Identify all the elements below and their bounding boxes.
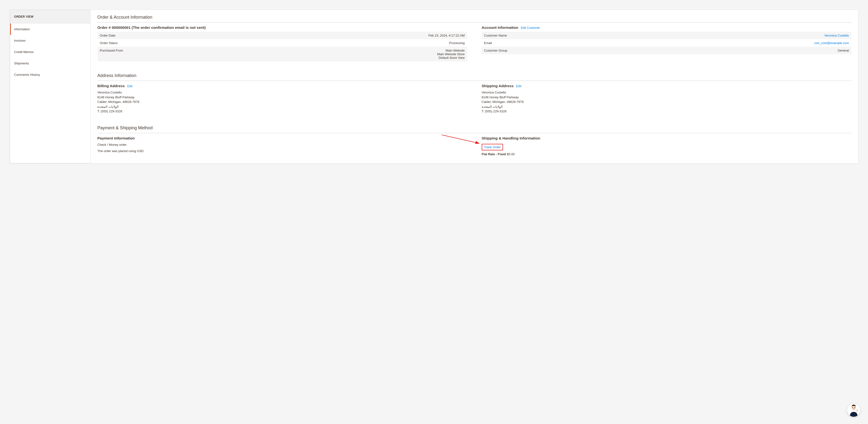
sidebar-item-credit-memos[interactable]: Credit Memos xyxy=(10,46,90,58)
account-heading-text: Account Information xyxy=(482,25,519,30)
payment-info-heading: Payment Information xyxy=(97,136,467,140)
shipping-address: Veronica Costello 6146 Honey Bluff Parkw… xyxy=(482,90,851,114)
customer-group-label: Customer Group xyxy=(482,47,630,54)
order-info-table: Order Date Feb 23, 2024, 4:17:22 AM Orde… xyxy=(97,32,467,62)
payment-currency-note: The order was placed using USD. xyxy=(97,149,467,154)
sidebar-item-comments-history[interactable]: Comments History xyxy=(10,69,90,80)
purchased-from-line1: Main Website xyxy=(248,49,465,52)
shipping-address-heading: Shipping Address Edit xyxy=(482,84,851,88)
order-view-sidebar: ORDER VIEW Information Invoices Credit M… xyxy=(10,10,91,163)
order-content: Order & Account Information Order # 0000… xyxy=(91,10,858,163)
payment-method: Check / Money order xyxy=(97,142,467,148)
purchased-from-label: Purchased From xyxy=(97,47,245,62)
billing-country: الولايات المتحدة xyxy=(97,104,467,109)
section-title-address: Address Information xyxy=(97,73,851,81)
track-order-button[interactable]: Track Order xyxy=(482,144,503,151)
billing-city: Calder, Michigan, 49628-7978 xyxy=(97,100,467,104)
shipping-city: Calder, Michigan, 49628-7978 xyxy=(482,100,851,104)
purchased-from-line2: Main Website Store xyxy=(248,52,465,56)
edit-customer-link[interactable]: Edit Customer xyxy=(521,26,540,30)
account-heading: Account Information Edit Customer xyxy=(482,25,851,30)
shipping-info-heading: Shipping & Handling Information xyxy=(482,136,851,140)
billing-name: Veronica Costello xyxy=(97,90,467,95)
sidebar-item-invoices[interactable]: Invoices xyxy=(10,35,90,46)
customer-group-value: General xyxy=(629,47,851,54)
sidebar-item-information[interactable]: Information xyxy=(10,24,90,35)
billing-address-heading: Billing Address Edit xyxy=(97,84,467,88)
billing-street: 6146 Honey Bluff Parkway xyxy=(97,95,467,100)
shipping-phone: T: (555) 229-3326 xyxy=(482,109,851,114)
purchased-from-value: Main Website Main Website Store Default … xyxy=(245,47,467,62)
section-title-order-account: Order & Account Information xyxy=(97,15,851,23)
billing-phone: T: (555) 229-3326 xyxy=(97,109,467,114)
order-status-label: Order Status xyxy=(97,39,245,47)
shipping-country: الولايات المتحدة xyxy=(482,104,851,109)
account-info-table: Customer Name Veronica Costello Email ro… xyxy=(482,32,851,54)
shipping-address-heading-text: Shipping Address xyxy=(482,84,514,88)
purchased-from-line3: Default Store View xyxy=(248,56,465,60)
customer-email-label: Email xyxy=(482,39,630,47)
edit-billing-address-link[interactable]: Edit xyxy=(127,85,132,88)
order-date-label: Order Date xyxy=(97,32,245,39)
order-heading: Order # 000000001 (The order confirmatio… xyxy=(97,25,467,30)
billing-address: Veronica Costello 6146 Honey Bluff Parkw… xyxy=(97,90,467,114)
sidebar-item-shipments[interactable]: Shipments xyxy=(10,58,90,69)
edit-shipping-address-link[interactable]: Edit xyxy=(516,85,521,88)
order-date-value: Feb 23, 2024, 4:17:22 AM xyxy=(245,32,467,39)
customer-name-link[interactable]: Veronica Costello xyxy=(825,34,849,37)
shipping-rate-price: $5.00 xyxy=(507,152,515,156)
billing-address-heading-text: Billing Address xyxy=(97,84,125,88)
customer-name-label: Customer Name xyxy=(482,32,630,39)
section-title-payment-shipping: Payment & Shipping Method xyxy=(97,125,851,133)
order-status-value: Processing xyxy=(245,39,467,47)
shipping-street: 6146 Honey Bluff Parkway xyxy=(482,95,851,100)
shipping-name: Veronica Costello xyxy=(482,90,851,95)
customer-email-link[interactable]: roni_cost@example.com xyxy=(814,41,849,45)
shipping-rate-label: Flat Rate - Fixed xyxy=(482,152,506,156)
shipping-rate: Flat Rate - Fixed $5.00 xyxy=(482,152,851,156)
sidebar-title: ORDER VIEW xyxy=(10,10,90,24)
